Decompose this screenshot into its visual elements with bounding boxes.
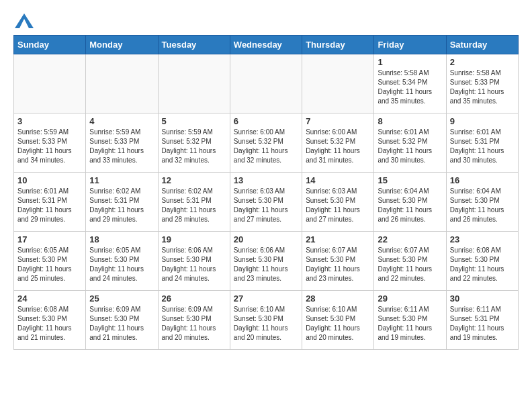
day-number: 11: [89, 175, 154, 185]
day-info: Sunrise: 5:59 AMSunset: 5:32 PMDaylight:…: [162, 128, 226, 165]
day-cell: 18Sunrise: 6:05 AMSunset: 5:30 PMDayligh…: [86, 232, 158, 291]
day-cell: 16Sunrise: 6:04 AMSunset: 5:30 PMDayligh…: [446, 173, 518, 232]
day-info: Sunrise: 6:00 AMSunset: 5:32 PMDaylight:…: [234, 128, 298, 165]
day-number: 21: [306, 234, 370, 244]
day-cell: 21Sunrise: 6:07 AMSunset: 5:30 PMDayligh…: [302, 232, 374, 291]
day-info: Sunrise: 6:01 AMSunset: 5:31 PMDaylight:…: [17, 187, 82, 224]
day-cell: 30Sunrise: 6:11 AMSunset: 5:31 PMDayligh…: [446, 291, 518, 350]
day-cell: 19Sunrise: 6:06 AMSunset: 5:30 PMDayligh…: [158, 232, 230, 291]
day-cell: 24Sunrise: 6:08 AMSunset: 5:30 PMDayligh…: [14, 291, 86, 350]
day-cell: [14, 54, 86, 113]
day-number: 8: [378, 116, 442, 126]
week-row-5: 24Sunrise: 6:08 AMSunset: 5:30 PMDayligh…: [14, 291, 519, 350]
day-number: 20: [234, 234, 298, 244]
weekday-wednesday: Wednesday: [230, 36, 302, 54]
day-cell: 14Sunrise: 6:03 AMSunset: 5:30 PMDayligh…: [302, 173, 374, 232]
day-number: 22: [378, 234, 442, 244]
day-number: 6: [234, 116, 298, 126]
day-number: 3: [17, 116, 82, 126]
day-info: Sunrise: 6:03 AMSunset: 5:30 PMDaylight:…: [234, 187, 298, 224]
day-info: Sunrise: 6:05 AMSunset: 5:30 PMDaylight:…: [17, 246, 82, 283]
calendar: SundayMondayTuesdayWednesdayThursdayFrid…: [13, 35, 519, 350]
day-cell: 9Sunrise: 6:01 AMSunset: 5:31 PMDaylight…: [446, 113, 518, 173]
day-cell: 6Sunrise: 6:00 AMSunset: 5:32 PMDaylight…: [230, 113, 302, 173]
day-cell: 10Sunrise: 6:01 AMSunset: 5:31 PMDayligh…: [14, 173, 86, 232]
day-info: Sunrise: 6:02 AMSunset: 5:31 PMDaylight:…: [162, 187, 226, 224]
day-info: Sunrise: 5:58 AMSunset: 5:34 PMDaylight:…: [378, 68, 442, 106]
week-row-4: 17Sunrise: 6:05 AMSunset: 5:30 PMDayligh…: [14, 232, 519, 291]
day-info: Sunrise: 6:04 AMSunset: 5:30 PMDaylight:…: [450, 187, 515, 224]
day-cell: 22Sunrise: 6:07 AMSunset: 5:30 PMDayligh…: [374, 232, 446, 291]
day-number: 29: [378, 293, 442, 304]
day-cell: 23Sunrise: 6:08 AMSunset: 5:30 PMDayligh…: [446, 232, 518, 291]
week-row-1: 1Sunrise: 5:58 AMSunset: 5:34 PMDaylight…: [14, 54, 519, 113]
day-info: Sunrise: 6:02 AMSunset: 5:31 PMDaylight:…: [89, 187, 154, 224]
day-info: Sunrise: 6:10 AMSunset: 5:30 PMDaylight:…: [306, 305, 370, 342]
day-number: 1: [378, 57, 442, 67]
day-number: 30: [450, 293, 515, 304]
day-cell: 12Sunrise: 6:02 AMSunset: 5:31 PMDayligh…: [158, 173, 230, 232]
day-cell: 25Sunrise: 6:09 AMSunset: 5:30 PMDayligh…: [86, 291, 158, 350]
day-info: Sunrise: 6:00 AMSunset: 5:32 PMDaylight:…: [306, 128, 370, 165]
day-info: Sunrise: 6:01 AMSunset: 5:31 PMDaylight:…: [450, 128, 515, 165]
week-row-3: 10Sunrise: 6:01 AMSunset: 5:31 PMDayligh…: [14, 173, 519, 232]
day-cell: 17Sunrise: 6:05 AMSunset: 5:30 PMDayligh…: [14, 232, 86, 291]
day-number: 10: [17, 175, 82, 185]
day-info: Sunrise: 6:06 AMSunset: 5:30 PMDaylight:…: [234, 246, 298, 283]
day-cell: 13Sunrise: 6:03 AMSunset: 5:30 PMDayligh…: [230, 173, 302, 232]
day-info: Sunrise: 5:58 AMSunset: 5:33 PMDaylight:…: [450, 68, 515, 106]
day-info: Sunrise: 6:05 AMSunset: 5:30 PMDaylight:…: [89, 246, 154, 283]
day-number: 23: [450, 234, 515, 244]
day-number: 15: [378, 175, 442, 185]
day-info: Sunrise: 6:08 AMSunset: 5:30 PMDaylight:…: [17, 305, 82, 342]
logo-text: [13, 13, 34, 28]
day-number: 26: [162, 293, 226, 304]
day-info: Sunrise: 6:04 AMSunset: 5:30 PMDaylight:…: [378, 187, 442, 224]
weekday-saturday: Saturday: [446, 36, 518, 54]
day-cell: 27Sunrise: 6:10 AMSunset: 5:30 PMDayligh…: [230, 291, 302, 350]
day-number: 18: [89, 234, 154, 244]
day-number: 27: [234, 293, 298, 304]
day-number: 19: [162, 234, 226, 244]
day-info: Sunrise: 6:01 AMSunset: 5:32 PMDaylight:…: [378, 128, 442, 165]
day-cell: [86, 54, 158, 113]
day-number: 12: [162, 175, 226, 185]
day-number: 14: [306, 175, 370, 185]
day-cell: [158, 54, 230, 113]
day-info: Sunrise: 6:07 AMSunset: 5:30 PMDaylight:…: [306, 246, 370, 283]
day-number: 25: [89, 293, 154, 304]
day-cell: 2Sunrise: 5:58 AMSunset: 5:33 PMDaylight…: [446, 54, 518, 113]
day-cell: 1Sunrise: 5:58 AMSunset: 5:34 PMDaylight…: [374, 54, 446, 113]
day-cell: 4Sunrise: 5:59 AMSunset: 5:33 PMDaylight…: [86, 113, 158, 173]
day-number: 16: [450, 175, 515, 185]
weekday-thursday: Thursday: [302, 36, 374, 54]
day-cell: 20Sunrise: 6:06 AMSunset: 5:30 PMDayligh…: [230, 232, 302, 291]
day-info: Sunrise: 5:59 AMSunset: 5:33 PMDaylight:…: [89, 128, 154, 165]
day-info: Sunrise: 6:10 AMSunset: 5:30 PMDaylight:…: [234, 305, 298, 342]
day-cell: 29Sunrise: 6:11 AMSunset: 5:30 PMDayligh…: [374, 291, 446, 350]
day-number: 17: [17, 234, 82, 244]
weekday-tuesday: Tuesday: [158, 36, 230, 54]
day-cell: 3Sunrise: 5:59 AMSunset: 5:33 PMDaylight…: [14, 113, 86, 173]
day-number: 13: [234, 175, 298, 185]
day-cell: 8Sunrise: 6:01 AMSunset: 5:32 PMDaylight…: [374, 113, 446, 173]
day-cell: 7Sunrise: 6:00 AMSunset: 5:32 PMDaylight…: [302, 113, 374, 173]
day-info: Sunrise: 6:08 AMSunset: 5:30 PMDaylight:…: [450, 246, 515, 283]
day-cell: 15Sunrise: 6:04 AMSunset: 5:30 PMDayligh…: [374, 173, 446, 232]
logo: [13, 13, 34, 28]
weekday-sunday: Sunday: [14, 36, 86, 54]
header: [13, 13, 519, 28]
day-info: Sunrise: 6:11 AMSunset: 5:31 PMDaylight:…: [450, 305, 515, 342]
day-info: Sunrise: 6:03 AMSunset: 5:30 PMDaylight:…: [306, 187, 370, 224]
day-cell: 11Sunrise: 6:02 AMSunset: 5:31 PMDayligh…: [86, 173, 158, 232]
page: SundayMondayTuesdayWednesdayThursdayFrid…: [0, 0, 532, 357]
day-number: 28: [306, 293, 370, 304]
day-info: Sunrise: 6:07 AMSunset: 5:30 PMDaylight:…: [378, 246, 442, 283]
day-info: Sunrise: 6:09 AMSunset: 5:30 PMDaylight:…: [89, 305, 154, 342]
weekday-friday: Friday: [374, 36, 446, 54]
day-number: 9: [450, 116, 515, 126]
week-row-2: 3Sunrise: 5:59 AMSunset: 5:33 PMDaylight…: [14, 113, 519, 173]
day-cell: [302, 54, 374, 113]
weekday-header-row: SundayMondayTuesdayWednesdayThursdayFrid…: [14, 36, 519, 54]
day-info: Sunrise: 6:09 AMSunset: 5:30 PMDaylight:…: [162, 305, 226, 342]
